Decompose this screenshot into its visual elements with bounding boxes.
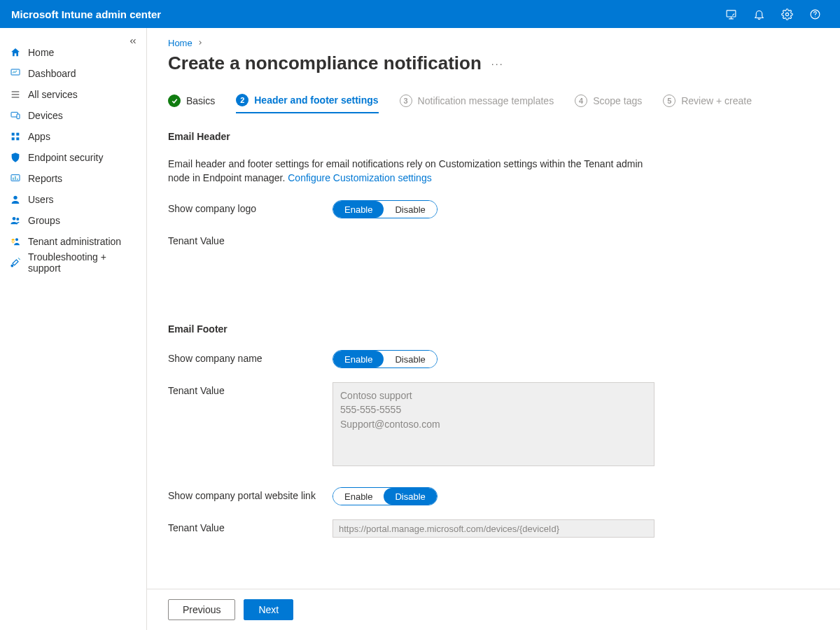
wizard-step-3: 3Notification message templates <box>400 94 554 113</box>
sidebar-item-label: Reports <box>28 173 62 184</box>
toggle-logo-enable[interactable]: Enable <box>333 201 384 218</box>
sidebar-item-label: Tenant administration <box>28 236 121 247</box>
shield-icon <box>10 152 21 163</box>
label-show-portal-link: Show company portal website link <box>168 487 332 501</box>
wizard-step-1[interactable]: Basics <box>168 94 215 113</box>
sidebar-item-groups[interactable]: Groups <box>0 210 146 231</box>
sidebar: HomeDashboardAll servicesDevicesAppsEndp… <box>0 28 147 630</box>
dashboard-icon <box>10 68 21 79</box>
label-tenant-value-footer: Tenant Value <box>168 382 332 396</box>
reports-icon <box>10 173 21 184</box>
sidebar-item-endpoint-security[interactable]: Endpoint security <box>0 147 146 168</box>
sidebar-item-label: Troubleshooting + support <box>28 251 136 274</box>
sidebar-item-troubleshooting-support[interactable]: Troubleshooting + support <box>0 252 146 273</box>
help-icon[interactable] <box>801 0 829 28</box>
sidebar-item-label: Groups <box>28 215 60 226</box>
toggle-name-disable[interactable]: Disable <box>384 351 436 368</box>
sidebar-item-label: Dashboard <box>28 68 76 79</box>
wizard-step-label: Scope tags <box>593 95 642 106</box>
sidebar-item-reports[interactable]: Reports <box>0 168 146 189</box>
previous-button[interactable]: Previous <box>168 599 235 620</box>
toggle-portal-disable[interactable]: Disable <box>384 488 436 505</box>
svg-rect-8 <box>16 133 19 136</box>
step-number: 3 <box>400 94 412 107</box>
devices-icon <box>10 110 21 121</box>
tenant-url-input <box>332 519 654 538</box>
more-actions-icon[interactable]: ··· <box>491 58 504 69</box>
step-number: 4 <box>575 94 587 107</box>
settings-icon[interactable] <box>773 0 801 28</box>
wizard-step-5: 5Review + create <box>663 94 752 113</box>
sidebar-item-all-services[interactable]: All services <box>0 84 146 105</box>
toggle-portal-enable[interactable]: Enable <box>333 488 384 505</box>
topbar-icons <box>717 0 829 28</box>
collapse-sidebar-icon[interactable] <box>127 35 139 48</box>
notifications-icon[interactable] <box>745 0 773 28</box>
tenant-value-box: Contoso support 555-555-5555 Support@con… <box>332 382 654 466</box>
sidebar-item-users[interactable]: Users <box>0 189 146 210</box>
sidebar-item-label: Devices <box>28 110 63 121</box>
label-show-company-logo: Show company logo <box>168 200 332 214</box>
toggle-logo-disable[interactable]: Disable <box>384 201 436 218</box>
svg-point-1 <box>785 13 788 15</box>
sidebar-item-apps[interactable]: Apps <box>0 126 146 147</box>
apps-icon <box>10 131 21 142</box>
breadcrumb-home[interactable]: Home <box>168 38 192 48</box>
svg-point-17 <box>16 218 19 220</box>
sidebar-item-label: Endpoint security <box>28 152 103 163</box>
section-email-footer: Email Footer <box>168 323 819 335</box>
svg-point-3 <box>814 16 815 17</box>
configure-customization-link[interactable]: Configure Customization settings <box>288 172 431 183</box>
toggle-show-portal-link[interactable]: Enable Disable <box>332 487 438 505</box>
svg-rect-9 <box>12 137 15 140</box>
toggle-name-enable[interactable]: Enable <box>333 351 384 368</box>
group-icon <box>10 215 21 226</box>
page-title: Create a noncompliance notification <box>168 52 482 74</box>
svg-point-18 <box>15 238 18 241</box>
svg-rect-7 <box>12 133 15 136</box>
tenant-icon <box>10 236 21 247</box>
step-number: 5 <box>663 94 676 107</box>
sidebar-item-label: All services <box>28 89 78 100</box>
toggle-show-company-logo[interactable]: Enable Disable <box>332 200 438 218</box>
home-icon <box>10 47 21 58</box>
app-title: Microsoft Intune admin center <box>11 8 161 20</box>
label-show-company-name: Show company name <box>168 350 332 364</box>
wizard-step-label: Notification message templates <box>418 95 554 106</box>
tools-icon <box>10 257 21 268</box>
svg-point-16 <box>13 217 16 220</box>
sidebar-item-label: Users <box>28 194 54 205</box>
label-tenant-value-url: Tenant Value <box>168 519 332 533</box>
chevron-right-icon <box>197 38 204 48</box>
breadcrumb: Home <box>168 38 819 48</box>
wizard-step-label: Basics <box>186 95 215 106</box>
check-icon <box>168 94 181 107</box>
svg-point-15 <box>13 196 17 200</box>
footer-bar: Previous Next <box>147 589 840 630</box>
label-tenant-value-header: Tenant Value <box>168 232 332 246</box>
svg-rect-6 <box>17 114 20 119</box>
svg-rect-12 <box>13 178 14 180</box>
wizard-step-label: Review + create <box>681 95 752 106</box>
svg-rect-14 <box>17 178 18 180</box>
wizard-step-4: 4Scope tags <box>575 94 642 113</box>
wizard-step-2[interactable]: 2Header and footer settings <box>236 94 378 113</box>
main-area: Home Create a noncompliance notification… <box>147 28 840 630</box>
top-bar: Microsoft Intune admin center <box>0 0 840 28</box>
help-text: Email header and footer settings for ema… <box>168 158 658 185</box>
sidebar-item-home[interactable]: Home <box>0 42 146 63</box>
step-number: 2 <box>236 94 248 106</box>
list-icon <box>10 89 21 100</box>
sidebar-item-devices[interactable]: Devices <box>0 105 146 126</box>
next-button[interactable]: Next <box>244 599 293 620</box>
svg-point-19 <box>11 265 13 267</box>
sidebar-item-tenant-administration[interactable]: Tenant administration <box>0 231 146 252</box>
cloud-shell-icon[interactable] <box>717 0 745 28</box>
wizard-step-label: Header and footer settings <box>254 94 378 106</box>
section-email-header: Email Header <box>168 131 819 142</box>
sidebar-item-dashboard[interactable]: Dashboard <box>0 63 146 84</box>
sidebar-item-label: Apps <box>28 131 50 142</box>
svg-rect-13 <box>15 176 16 180</box>
toggle-show-company-name[interactable]: Enable Disable <box>332 350 438 368</box>
user-icon <box>10 194 21 205</box>
